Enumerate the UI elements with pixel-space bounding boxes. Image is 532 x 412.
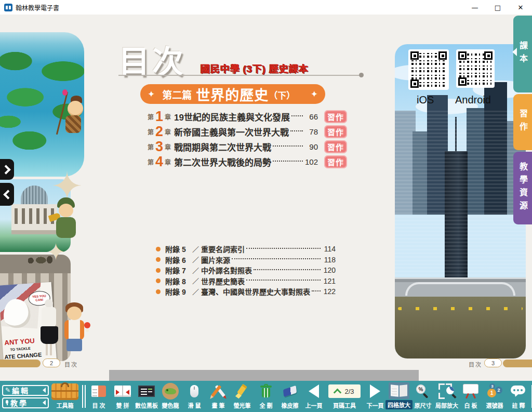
ball-2: 2: [495, 387, 502, 394]
section-suffix: （下）: [269, 88, 295, 101]
partial-zoom-icon: [438, 383, 455, 399]
cartoon-tribal-character: [58, 91, 88, 139]
highlighter-button[interactable]: 螢光筆: [230, 381, 254, 412]
workbook-button[interactable]: 習作: [324, 140, 347, 153]
number-picker-button[interactable]: 3 2 1 選號器: [483, 381, 507, 412]
edit-mode-button[interactable]: ✎ 編輯: [2, 385, 49, 396]
chapter-page-number: 66: [304, 112, 318, 121]
qr-code-android: [456, 49, 495, 88]
appendix-row: 附錄 9 ／ 臺灣、中國與世界歷史大事對照表 122: [156, 286, 336, 297]
partial-zoom-button[interactable]: 局部放大: [435, 381, 459, 412]
appendix-slash: ／: [192, 265, 199, 275]
percent-symbol: %: [416, 384, 425, 394]
mouse-button[interactable]: 滑 鼠: [182, 381, 206, 412]
footer-label-left: 目次: [64, 360, 78, 368]
annotation-button[interactable]: 註 釋: [507, 381, 530, 412]
section-banner: ✦ 第二篇 世界的歷史 （下） ✦: [140, 84, 325, 104]
page-counter-box[interactable]: 2/3: [328, 384, 361, 398]
footer-page-number-left: 2: [43, 358, 60, 367]
chapter-title[interactable]: 第二次世界大戰後的局勢: [174, 155, 271, 168]
annotation-label: 註 釋: [512, 401, 525, 409]
horizontal-scrollbar[interactable]: [109, 370, 419, 381]
prev-page-label: 上一頁: [305, 401, 323, 409]
workbook-button[interactable]: 習作: [324, 110, 347, 123]
number-picker-label: 選號器: [486, 401, 503, 409]
appendix-title[interactable]: 世界歷史簡表: [201, 276, 245, 286]
eraser-button[interactable]: 橡皮擦: [278, 381, 302, 412]
toolbar-separator: [82, 385, 86, 408]
page-counter-tool[interactable]: 2/3 頁碼工具: [326, 381, 363, 412]
partial-zoom-label: 局部放大: [435, 401, 458, 409]
dual-page-button[interactable]: 雙 拼: [111, 381, 135, 412]
next-page-button[interactable]: 下一頁: [363, 381, 387, 412]
bridge-arch: [405, 282, 515, 296]
original-size-button[interactable]: % 原尺寸: [411, 381, 435, 412]
chapter-page-number: 78: [304, 127, 318, 136]
prev-page-button[interactable]: 上一頁: [302, 381, 326, 412]
microphone-icon: [5, 400, 9, 405]
appendix-title[interactable]: 重要名詞索引: [201, 244, 245, 254]
mouse-label: 滑 鼠: [188, 401, 201, 409]
quad-zoom-label: 四格放大: [385, 400, 413, 409]
digital-blackboard-button[interactable]: 數位黑板: [135, 381, 158, 412]
workbook-button[interactable]: 習作: [324, 125, 347, 138]
protester-person: [41, 299, 58, 356]
maximize-button[interactable]: □: [486, 0, 509, 15]
section-title: 世界的歷史: [196, 84, 269, 104]
appendix-page-number: 121: [322, 277, 336, 285]
close-button[interactable]: ✕: [509, 0, 532, 15]
teach-mode-label: 教學: [10, 397, 28, 408]
chapter-number: 4: [155, 155, 163, 169]
tab-textbook-label: 課本: [516, 41, 529, 67]
whiteboard-icon: [462, 383, 479, 399]
chapter-suffix: 章: [165, 112, 171, 121]
toc-notebook-icon: [91, 386, 106, 397]
appendix-title[interactable]: 圖片來源: [201, 255, 230, 265]
appendix-title[interactable]: 中外譯名對照表: [201, 265, 252, 275]
highlighter-icon: [234, 383, 250, 399]
microphone-icon: [84, 322, 90, 328]
chapter-row: 第 4 章 第二次世界大戰後的局勢 102 習作: [148, 154, 347, 169]
bullet-icon: [156, 289, 161, 294]
chapter-title[interactable]: 戰間期與第二次世界大戰: [174, 140, 271, 153]
appendix-row: 附錄 5 ／ 重要名詞索引 114: [156, 244, 336, 255]
next-page-label: 下一頁: [367, 401, 384, 409]
tab-workbook[interactable]: 習作: [513, 94, 532, 150]
delete-all-button[interactable]: 全 刪: [254, 381, 278, 412]
footer-gold-bar-right: [503, 360, 532, 367]
appendix-page-number: 122: [322, 287, 336, 296]
tab-teaching-resources[interactable]: 教學資源: [513, 152, 532, 224]
pencil-icon: ✎: [5, 387, 10, 393]
eraser-label: 橡皮擦: [282, 401, 299, 409]
toc-button[interactable]: 目 次: [87, 381, 111, 412]
chapter-page-number: 90: [304, 142, 318, 151]
app-logo-icon: [4, 4, 12, 11]
whiteboard-button[interactable]: 白 板: [459, 381, 483, 412]
toolbox-button[interactable]: 工具箱: [49, 381, 81, 412]
bottom-toolbar: ✎ 編輯 教學 工具箱 目 次 雙 拼 數位黑板 變色龍 滑 鼠 畫 筆: [0, 381, 532, 412]
dot-leader: [291, 115, 303, 116]
appendix-row: 附錄 8 ／ 世界歷史簡表 121: [156, 276, 336, 287]
appendix-title[interactable]: 臺灣、中國與世界歷史大事對照表: [201, 286, 310, 297]
quad-zoom-button[interactable]: 四格放大: [387, 381, 411, 412]
chapter-title[interactable]: 新帝國主義與第一次世界大戰: [174, 125, 289, 138]
chameleon-button[interactable]: 變色龍: [158, 381, 182, 412]
dot-leader: [246, 248, 321, 249]
dot-leader: [312, 290, 321, 291]
minimize-button[interactable]: —: [463, 0, 486, 15]
chapter-prefix: 第: [148, 127, 154, 136]
panel-expand-button[interactable]: [0, 159, 14, 180]
brush-button[interactable]: 畫 筆: [206, 381, 230, 412]
teach-mode-button[interactable]: 教學: [2, 397, 49, 408]
chapter-suffix: 章: [165, 127, 171, 136]
blackboard-label: 數位黑板: [135, 401, 158, 409]
toc-label: 目 次: [92, 401, 105, 409]
window-title: 翰林教學電子書: [16, 3, 59, 12]
prev-page-icon: [309, 384, 319, 398]
number-picker-icon: 3 2 1: [486, 383, 503, 399]
chapter-title[interactable]: 19世紀的民族主義與文化發展: [174, 110, 290, 123]
workbook-button[interactable]: 習作: [324, 155, 347, 168]
divider-end-dot: [359, 73, 364, 77]
page-back-edge-button[interactable]: [0, 183, 14, 206]
tab-textbook[interactable]: 課本: [513, 16, 532, 92]
